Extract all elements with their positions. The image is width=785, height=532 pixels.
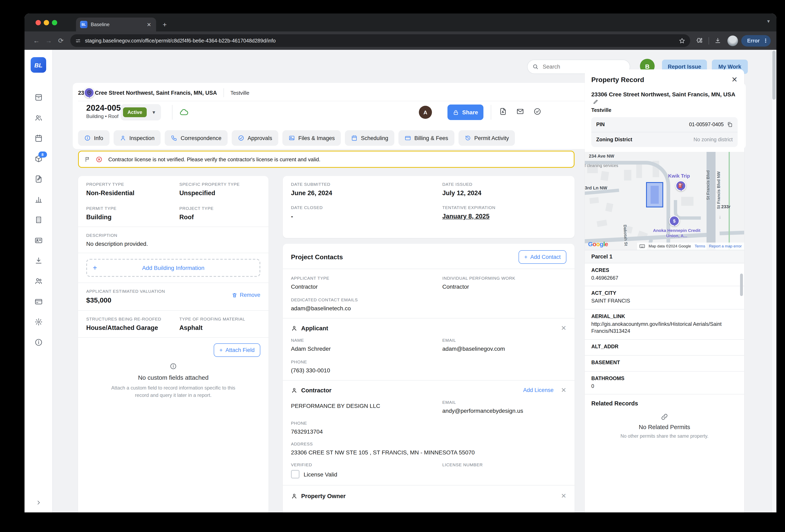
tab-files-images[interactable]: Files & Images [282, 130, 341, 146]
map-poi-label[interactable]: l cleaning services [585, 163, 618, 168]
remove-contractor-icon[interactable]: ✕ [561, 386, 566, 394]
applicant-name-value: Adam Schreder [291, 345, 442, 352]
status-dropdown[interactable]: Active ▼ [121, 104, 161, 121]
plus-icon: + [93, 264, 97, 272]
sidebar-item-properties[interactable] [34, 216, 43, 224]
map-street-label: 233r [721, 204, 730, 209]
tab-label: Inspection [129, 135, 154, 141]
applicant-phone-value: (763) 330-0010 [291, 367, 442, 374]
tab-permit-activity[interactable]: Permit Activity [458, 130, 515, 146]
sidebar-collapse-chevron-icon[interactable] [25, 499, 52, 506]
panel-scrollbar[interactable] [740, 273, 743, 296]
kebab-menu-icon[interactable]: ⋮ [763, 37, 768, 44]
bookmark-star-icon[interactable] [679, 37, 685, 44]
inbox-badge: 8 [38, 152, 47, 158]
extensions-puzzle-icon[interactable] [697, 37, 704, 44]
minimize-window-button[interactable] [44, 20, 49, 25]
back-button[interactable]: ← [30, 37, 43, 44]
browser-menu-error-button[interactable]: Error ⋮ [741, 35, 771, 46]
remove-valuation-button[interactable]: Remove [231, 292, 260, 298]
sidebar-item-billing[interactable] [34, 297, 43, 306]
applicant-type-value: Contractor [291, 283, 442, 290]
bank-pin[interactable]: $ [669, 216, 680, 226]
field-label: APPLICANT TYPE [291, 275, 442, 281]
map-report-link[interactable]: Report a map error [709, 244, 742, 248]
close-panel-icon[interactable]: ✕ [732, 75, 738, 84]
sidebar-item-review[interactable] [34, 175, 43, 183]
downloads-icon[interactable] [714, 37, 721, 44]
sidebar-item-inbox[interactable]: 8 [34, 154, 43, 163]
tentative-expiration-value[interactable]: January 8, 2025 [442, 213, 566, 220]
add-license-link[interactable]: Add License [523, 387, 554, 393]
site-settings-icon[interactable] [75, 38, 81, 44]
email-icon[interactable] [516, 107, 524, 115]
person-icon [291, 493, 298, 499]
sidebar-item-contacts[interactable] [34, 113, 43, 122]
map-trail [729, 152, 730, 250]
add-contact-button[interactable]: + Add Contact [518, 250, 566, 264]
map-poi-label[interactable]: Kwik Trip [668, 173, 690, 179]
tab-label: Correspondence [181, 135, 222, 141]
search-input[interactable] [542, 63, 613, 70]
map-road [719, 231, 744, 235]
tab-correspondence[interactable]: Correspondence [165, 130, 228, 146]
remove-applicant-icon[interactable]: ✕ [561, 324, 566, 332]
map-road [674, 200, 701, 220]
profile-avatar[interactable] [728, 35, 738, 46]
pdf-export-icon[interactable] [499, 107, 507, 115]
parcel-key: ACT_CITY [591, 291, 738, 296]
parcel-highlight[interactable] [646, 182, 663, 207]
field-label: PROPERTY TYPE [86, 182, 179, 187]
gas-station-pin[interactable]: ⛽ [676, 181, 686, 191]
add-building-information-button[interactable]: + Add Building Information [86, 259, 260, 277]
property-map[interactable]: 234 Ave NW l cleaning services 3rd Ln NW… [585, 152, 744, 250]
sidebar-item-team[interactable] [34, 277, 43, 285]
no-related-permits-caption: No other permits share the same property… [591, 434, 738, 439]
parcel-key: BASEMENT [591, 360, 738, 366]
share-button[interactable]: Share [448, 105, 483, 120]
attach-field-button[interactable]: + Attach Field [214, 343, 260, 357]
zoom-window-button[interactable] [52, 20, 57, 25]
page-scrollbar[interactable] [771, 50, 777, 512]
sidebar-item-exports[interactable] [34, 257, 43, 265]
edit-pencil-icon[interactable] [593, 99, 598, 105]
cloud-sync-icon[interactable] [179, 107, 189, 117]
location-pin-icon [84, 87, 94, 98]
sidebar-item-licenses[interactable] [34, 236, 43, 245]
close-window-button[interactable] [35, 20, 41, 25]
remove-property-owner-icon[interactable]: ✕ [561, 492, 566, 500]
tab-label: Permit Activity [474, 135, 509, 141]
sidebar-item-records[interactable] [34, 93, 43, 102]
sidebar-item-settings[interactable] [34, 318, 43, 326]
flag-icon[interactable] [84, 156, 91, 162]
tab-scheduling[interactable]: Scheduling [345, 130, 394, 146]
tab-close-icon[interactable]: ✕ [146, 21, 152, 28]
tab-search-chevron-icon[interactable]: ▼ [766, 19, 771, 24]
forward-button[interactable]: → [43, 37, 55, 44]
license-valid-checkbox[interactable] [291, 470, 300, 479]
browser-tab[interactable]: BL Baseline ✕ [76, 18, 156, 31]
sidebar-item-calendar[interactable] [34, 134, 43, 142]
assignee-avatar[interactable]: A [419, 106, 432, 119]
permit-type-line: Building • Roof [86, 113, 121, 119]
new-tab-button[interactable]: + [162, 21, 167, 29]
field-label: EMAIL [442, 400, 566, 405]
baseline-logo[interactable]: BL [31, 57, 46, 73]
sidebar-item-reports[interactable] [34, 195, 43, 204]
field-label: SPECIFIC PROPERTY TYPE [179, 182, 260, 187]
copy-icon[interactable] [727, 122, 733, 127]
property-owner-section-title: Property Owner [301, 493, 561, 499]
map-poi-label[interactable]: Anoka Hennepin Credit Union, A... [650, 228, 703, 239]
map-terms-link[interactable]: Terms [695, 244, 705, 248]
middle-column: DATE SUBMITTEDJune 26, 2024 DATE ISSUEDJ… [283, 176, 575, 512]
tab-approvals[interactable]: Approvals [232, 130, 278, 146]
field-label: DATE CLOSED [291, 205, 442, 210]
sidebar-item-help[interactable] [34, 338, 43, 347]
keyboard-icon[interactable] [639, 244, 645, 248]
tab-billing-fees[interactable]: Billing & Fees [399, 130, 454, 146]
tasks-check-icon[interactable] [533, 107, 541, 115]
reload-button[interactable]: ⟳ [55, 37, 67, 45]
address-bar[interactable]: staging.baselinegov.com/office/permit/c8… [70, 34, 690, 47]
tab-info[interactable]: Info [78, 130, 109, 146]
tab-inspection[interactable]: Inspection [113, 130, 160, 146]
